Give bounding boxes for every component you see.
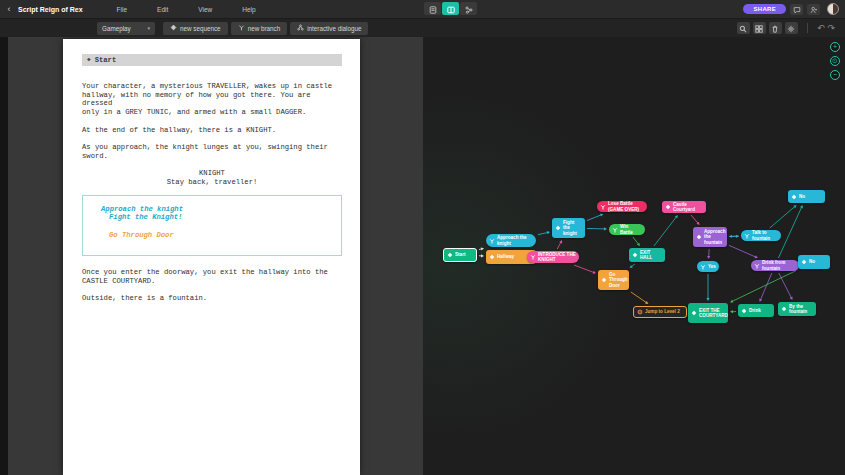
graph-node-exit-courtyard[interactable]: EXIT THE COURTYARD <box>688 303 728 323</box>
graph-node-castle-courtyard[interactable]: Castle Courtyard <box>662 201 706 213</box>
board-select[interactable]: Gameplay ▾ <box>97 22 155 35</box>
person-plus-icon <box>810 0 818 18</box>
comments-button[interactable] <box>790 4 803 15</box>
element-icon <box>781 306 787 312</box>
script-paragraph[interactable]: Once you enter the doorway, you exit the… <box>82 268 342 285</box>
new-branch-button[interactable]: new branch <box>231 22 288 35</box>
branch-icon <box>600 204 606 210</box>
options-box: Approach the knight Fight the Knight! Go… <box>82 195 342 256</box>
graph-node-label: EXIT HALL <box>640 250 662 261</box>
graph-node-start[interactable]: Start <box>443 248 477 262</box>
graph-node-label: Lose Battle (GAME OVER) <box>608 201 644 212</box>
script-paragraph[interactable]: As you approach, the knight lunges at yo… <box>82 143 342 160</box>
menubar: File Edit View Help <box>117 6 256 13</box>
share-button[interactable]: SHARE <box>743 4 786 14</box>
graph-node-fight-knight[interactable]: Fight the knight <box>552 218 585 238</box>
graph-node-label: Fight the knight <box>563 220 582 236</box>
element-header-start[interactable]: ◆ Start <box>82 54 342 66</box>
element-icon <box>801 259 807 265</box>
graph-node-label: EXIT THE COURTYARD <box>699 308 728 319</box>
back-button[interactable]: ‹ <box>0 4 18 14</box>
undo-button[interactable]: ↶ <box>817 23 825 33</box>
element-icon <box>665 204 671 210</box>
trash-button[interactable] <box>769 22 782 34</box>
script-paragraph[interactable]: Outside, there is a fountain. <box>82 294 342 303</box>
graph-node-label: Win Battle <box>620 224 642 235</box>
graph-node-label: Yes <box>708 264 716 269</box>
graph-node-go-through-door[interactable]: Go Through Door <box>598 270 629 290</box>
graph-node-by-fountain[interactable]: By the fountain <box>778 302 816 316</box>
graph-node-approach-fountain[interactable]: Approach the fountain <box>693 227 727 247</box>
script-view-button[interactable] <box>424 2 441 15</box>
zoom-out-button[interactable]: − <box>830 70 840 80</box>
graph-node-label: Drink from fountain <box>762 260 796 271</box>
script-paragraph[interactable]: Your character, a mysterious TRAVELLER, … <box>82 82 342 117</box>
menu-edit[interactable]: Edit <box>157 6 168 13</box>
grid-icon <box>755 19 763 37</box>
chevron-down-icon: ▾ <box>147 25 150 31</box>
element-diamond-icon: ◆ <box>87 56 91 65</box>
menu-view[interactable]: View <box>198 6 212 13</box>
element-diamond-icon <box>170 24 177 32</box>
menu-file[interactable]: File <box>117 6 127 13</box>
graph-nodes: StartApproach the knightHallwayINTRODUCE… <box>423 37 845 475</box>
graph-node-talk-fountain[interactable]: Talk to fountain <box>741 230 781 241</box>
settings-button[interactable] <box>785 22 798 34</box>
avatar[interactable] <box>827 3 839 15</box>
collapsed-sidebar[interactable] <box>0 37 8 475</box>
branch-fork-icon <box>238 24 245 32</box>
zoom-fit-button[interactable]: ⊙ <box>830 56 840 66</box>
graph-node-label: Approach the fountain <box>704 229 725 245</box>
graph-node-drink-fountain[interactable]: Drink from fountain <box>751 260 799 271</box>
graph-node-exit-hall[interactable]: EXIT HALL <box>629 248 665 262</box>
graph-node-label: Jump to Level 2 <box>645 309 683 314</box>
redo-button[interactable]: ↷ <box>827 23 835 33</box>
invite-button[interactable] <box>807 4 820 15</box>
graph-node-no-top[interactable]: No <box>788 190 825 203</box>
element-icon <box>691 310 697 316</box>
option-go-through-door[interactable]: Go Through Door <box>109 231 337 239</box>
interactive-dialogue-button[interactable]: interactive dialogue <box>290 22 368 35</box>
graph-node-label: Start <box>455 252 473 257</box>
graph-node-introduce-knight[interactable]: INTRODUCE THE KNIGHT <box>527 251 579 263</box>
script-view-icon <box>429 0 437 18</box>
option-fight-knight[interactable]: Fight the Knight! <box>109 213 337 221</box>
graph-node-jump-level-2[interactable]: Jump to Level 2 <box>633 306 687 318</box>
graph-node-label: No <box>809 259 827 264</box>
script-page: ◆ Start Your character, a mysterious TRA… <box>63 39 360 475</box>
dialogue-line[interactable]: Stay back, traveller! <box>82 178 342 187</box>
element-icon <box>601 277 607 283</box>
branch-icon <box>754 263 760 269</box>
script-panel: ◆ Start Your character, a mysterious TRA… <box>0 37 423 475</box>
branch-icon <box>700 264 706 270</box>
element-icon <box>696 234 702 240</box>
flow-view-button[interactable] <box>460 2 477 15</box>
view-toggle-group <box>424 2 477 15</box>
search-button[interactable] <box>737 22 750 34</box>
menu-help[interactable]: Help <box>242 6 255 13</box>
graph-node-drink[interactable]: Drink <box>738 304 774 317</box>
graph-node-no-right[interactable]: No <box>798 255 830 269</box>
element-icon <box>791 194 797 200</box>
graph-node-label: Talk to fountain <box>752 230 778 241</box>
graph-canvas[interactable]: StartApproach the knightHallwayINTRODUCE… <box>423 37 845 475</box>
graph-node-approach-knight[interactable]: Approach the knight <box>486 234 536 247</box>
board-grid-button[interactable] <box>753 22 766 34</box>
element-icon <box>447 252 453 258</box>
main-split: ◆ Start Your character, a mysterious TRA… <box>0 37 845 475</box>
split-view-button[interactable] <box>442 2 459 15</box>
option-approach-knight[interactable]: Approach the knight <box>101 205 337 213</box>
zoom-in-button[interactable]: + <box>830 42 840 52</box>
graph-node-yes-mid[interactable]: Yes <box>697 261 719 272</box>
element-header-label: Start <box>95 56 117 65</box>
graph-node-win-battle[interactable]: Win Battle <box>609 224 645 235</box>
dialogue-character[interactable]: KNIGHT <box>82 169 342 178</box>
back-chevron-icon: ‹ <box>8 4 11 14</box>
split-view-icon <box>447 0 455 18</box>
branch-icon <box>744 233 750 239</box>
script-paragraph[interactable]: At the end of the hallway, there is a KN… <box>82 126 342 135</box>
flow-view-icon <box>465 0 473 18</box>
trash-icon <box>771 19 779 37</box>
new-sequence-button[interactable]: new sequence <box>163 22 228 35</box>
graph-node-lose-battle[interactable]: Lose Battle (GAME OVER) <box>597 201 647 212</box>
